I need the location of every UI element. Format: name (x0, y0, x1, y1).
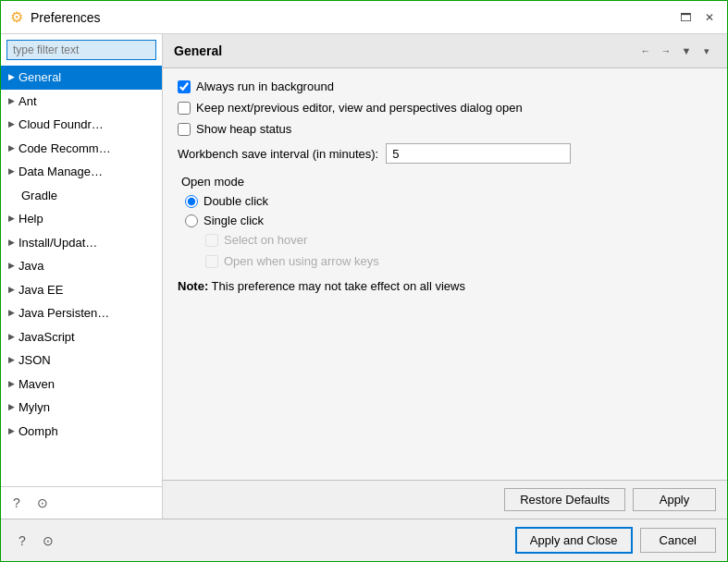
sidebar-item-code-recomm[interactable]: ▶Code Recomm… (1, 137, 162, 161)
sidebar-arrow-icon: ▶ (8, 331, 15, 344)
preferences-icon: ⚙ (8, 9, 25, 26)
panel-header: General ← → ▼ ▾ (163, 34, 727, 68)
help-button[interactable]: ? (6, 493, 27, 513)
checkbox-row-keep-next: Keep next/previous editor, view and pers… (178, 101, 712, 115)
sidebar-item-cloud-foundry[interactable]: ▶Cloud Foundr… (1, 113, 162, 137)
panel-nav: ← → ▼ ▾ (636, 42, 716, 60)
radio-row-double-click: Double click (185, 194, 712, 208)
back-button[interactable]: ← (636, 42, 655, 60)
bottom-right: Apply and Close Cancel (515, 527, 716, 554)
sidebar-item-install-update[interactable]: ▶Install/Updat… (1, 231, 162, 255)
apply-and-close-button[interactable]: Apply and Close (515, 527, 633, 554)
search-input[interactable] (6, 40, 156, 60)
sidebar-arrow-icon: ▶ (8, 237, 15, 250)
forward-button[interactable]: → (657, 42, 675, 60)
sidebar-item-json[interactable]: ▶JSON (1, 348, 162, 373)
preferences-window: ⚙ Preferences 🗖 ✕ ▶General▶Ant▶Cloud Fou… (0, 0, 728, 562)
info-button[interactable]: ⊙ (32, 493, 53, 513)
checkbox-row-always-run: Always run in background (178, 79, 712, 93)
bottom-bar: ? ⊙ Apply and Close Cancel (1, 519, 727, 561)
select-hover-checkbox[interactable] (205, 234, 218, 247)
keep-next-checkbox[interactable] (178, 102, 191, 115)
checkboxes-container: Always run in backgroundKeep next/previo… (178, 79, 712, 136)
keep-next-label: Keep next/previous editor, view and pers… (196, 101, 523, 115)
radio-row-single-click: Single click (185, 214, 712, 227)
show-heap-label: Show heap status (196, 122, 291, 136)
sidebar-list: ▶General▶Ant▶Cloud Foundr…▶Code Recomm…▶… (1, 66, 162, 486)
show-heap-checkbox[interactable] (178, 123, 191, 136)
sidebar-item-label: JSON (19, 351, 51, 370)
select-hover-label: Select on hover (224, 233, 307, 247)
open-mode-label: Open mode (181, 175, 712, 189)
main-content: ▶General▶Ant▶Cloud Foundr…▶Code Recomm…▶… (1, 34, 727, 519)
double-click-label: Double click (204, 194, 268, 208)
info-icon-button[interactable]: ⊙ (38, 531, 58, 551)
interval-label: Workbench save interval (in minutes): (178, 147, 378, 161)
down-button[interactable]: ▼ (677, 42, 696, 60)
sidebar-item-help[interactable]: ▶Help (1, 207, 162, 231)
sidebar-arrow-icon: ▶ (8, 142, 15, 155)
close-button[interactable]: ✕ (699, 7, 720, 28)
single-click-label: Single click (204, 214, 264, 227)
sidebar-bottom: ? ⊙ (1, 486, 162, 519)
sidebar-item-javascript[interactable]: ▶JavaScript (1, 325, 162, 349)
sidebar-arrow-icon: ▶ (8, 354, 15, 367)
open-arrow-checkbox[interactable] (205, 255, 218, 268)
interval-row: Workbench save interval (in minutes): (178, 143, 712, 164)
window-title: Preferences (31, 10, 100, 25)
sub-option-row-open-arrow: Open when using arrow keys (205, 254, 712, 268)
sidebar-item-java-persisten[interactable]: ▶Java Persisten… (1, 301, 162, 325)
sidebar-item-label: Java Persisten… (19, 304, 109, 323)
sidebar-arrow-icon: ▶ (8, 401, 15, 414)
always-run-checkbox[interactable] (178, 80, 191, 93)
sidebar-item-label: JavaScript (19, 328, 75, 347)
sidebar-item-label: Gradle (21, 187, 57, 205)
sidebar-arrow-icon: ▶ (8, 213, 15, 226)
panel-footer: Restore Defaults Apply (163, 480, 727, 519)
restore-defaults-button[interactable]: Restore Defaults (504, 488, 625, 511)
single-click-radio[interactable] (185, 214, 198, 227)
sidebar-item-java-ee[interactable]: ▶Java EE (1, 278, 162, 302)
right-panel: General ← → ▼ ▾ Always run in background… (163, 34, 727, 519)
help-icon-button[interactable]: ? (12, 531, 32, 551)
open-mode-section: Open mode Double clickSingle click Selec… (178, 175, 712, 268)
sidebar-item-label: Cloud Foundr… (19, 116, 104, 134)
title-bar-left: ⚙ Preferences (8, 9, 100, 26)
sidebar-item-data-manage[interactable]: ▶Data Manage… (1, 160, 162, 184)
sidebar-item-gradle[interactable]: Gradle (1, 184, 162, 208)
cancel-button[interactable]: Cancel (640, 528, 716, 553)
radio-container: Double clickSingle click (178, 194, 712, 227)
panel-body: Always run in backgroundKeep next/previo… (163, 68, 727, 480)
sidebar-arrow-icon: ▶ (8, 260, 15, 273)
dropdown-button[interactable]: ▾ (697, 42, 716, 60)
interval-input[interactable] (386, 143, 571, 164)
double-click-radio[interactable] (185, 195, 198, 208)
sidebar-arrow-icon: ▶ (8, 95, 15, 108)
sidebar-item-mylyn[interactable]: ▶Mylyn (1, 396, 162, 420)
note-text: Note: This preference may not take effec… (178, 279, 465, 293)
sidebar-item-oomph[interactable]: ▶Oomph (1, 420, 162, 444)
sidebar-item-maven[interactable]: ▶Maven (1, 373, 162, 397)
sidebar-arrow-icon: ▶ (8, 165, 15, 178)
sidebar-item-label: Mylyn (19, 398, 50, 417)
sidebar-item-label: Install/Updat… (19, 234, 97, 252)
panel-title: General (174, 43, 222, 58)
always-run-label: Always run in background (196, 79, 334, 93)
title-bar: ⚙ Preferences 🗖 ✕ (1, 1, 727, 34)
sidebar-item-ant[interactable]: ▶Ant (1, 90, 162, 114)
sidebar-arrow-icon: ▶ (8, 378, 15, 391)
sidebar-arrow-icon: ▶ (8, 425, 15, 438)
sidebar-item-label: Java EE (19, 281, 63, 299)
title-bar-buttons: 🗖 ✕ (675, 7, 720, 28)
sidebar-arrow-icon: ▶ (8, 284, 15, 297)
sidebar-item-general[interactable]: ▶General (1, 66, 162, 90)
maximize-button[interactable]: 🗖 (675, 7, 696, 28)
sidebar-item-java[interactable]: ▶Java (1, 254, 162, 278)
sidebar-arrow-icon: ▶ (8, 118, 15, 131)
sidebar-item-label: Ant (19, 92, 37, 111)
sidebar-item-label: Maven (19, 375, 55, 394)
apply-button[interactable]: Apply (633, 488, 716, 511)
sidebar-arrow-icon: ▶ (8, 71, 15, 84)
sidebar-arrow-icon: ▶ (8, 307, 15, 320)
sidebar-item-label: Code Recomm… (19, 140, 111, 158)
